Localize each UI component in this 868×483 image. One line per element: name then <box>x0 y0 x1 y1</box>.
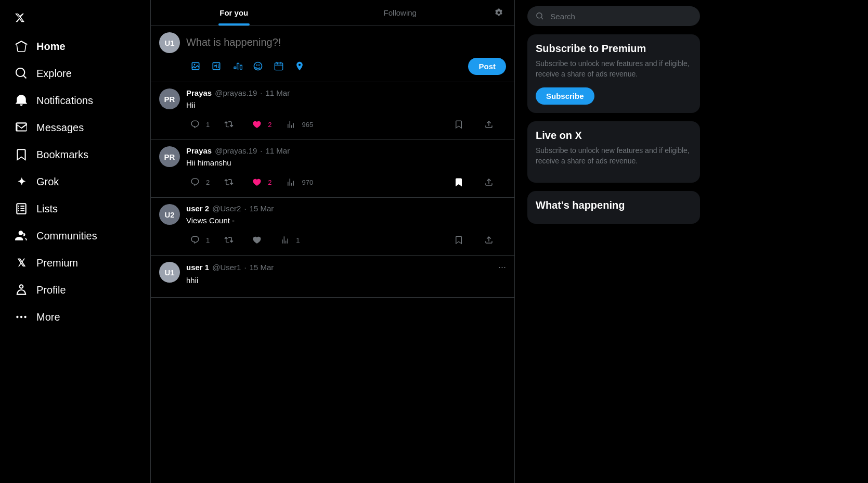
more-icon <box>15 310 28 324</box>
tweet-date: 15 Mar <box>250 263 274 272</box>
tweet-row[interactable]: U2 user 2 @User2 · 15 Mar Views Count - … <box>151 198 514 256</box>
views-button[interactable]: 965 <box>282 116 313 133</box>
search-icon <box>536 11 544 21</box>
sidebar-item-more-label: More <box>36 311 60 323</box>
sidebar-item-notifications-label: Notifications <box>36 95 93 107</box>
sidebar-item-messages[interactable]: Messages <box>6 115 144 141</box>
tweet-date: 15 Mar <box>250 204 274 213</box>
like-button[interactable] <box>248 231 266 249</box>
sidebar-item-communities[interactable]: Communities <box>6 223 144 249</box>
share-button[interactable] <box>480 116 498 133</box>
avatar: PR <box>159 146 180 167</box>
bookmark-icon <box>450 231 468 249</box>
share-icon <box>480 173 498 191</box>
tweet-row[interactable]: PR Prayas @prayas.19 · 11 Mar Hii 1 <box>151 82 514 140</box>
tweet-row[interactable]: U1 user 1 @User1 · 15 Mar ··· hhii <box>151 256 514 298</box>
tweet-handle: @User1 <box>212 263 241 272</box>
share-button[interactable] <box>480 231 498 249</box>
share-icon <box>480 116 498 133</box>
sidebar-item-notifications[interactable]: Notifications <box>6 87 144 113</box>
sidebar-item-grok-label: Grok <box>36 176 59 188</box>
share-icon <box>480 231 498 249</box>
explore-icon <box>15 67 28 80</box>
like-icon <box>248 173 266 191</box>
like-button[interactable]: 2 <box>248 173 271 191</box>
subscribe-button[interactable]: Subscribe <box>536 87 594 105</box>
tweet-row[interactable]: PR Prayas @prayas.19 · 11 Mar Hii himans… <box>151 140 514 198</box>
bookmark-button[interactable] <box>450 173 468 191</box>
right-sidebar: Subscribe to Premium Subscribe to unlock… <box>515 0 712 483</box>
retweet-button[interactable] <box>220 231 238 249</box>
sidebar-item-lists-label: Lists <box>36 203 58 215</box>
tweet-text: hhii <box>186 275 506 286</box>
retweet-icon <box>220 116 238 133</box>
tweet-handle: @prayas.19 <box>215 88 257 97</box>
tweet-author: Prayas <box>186 88 212 97</box>
premium-widget-title: Subscribe to Premium <box>536 43 692 55</box>
sidebar-item-explore[interactable]: Explore <box>6 60 144 86</box>
sidebar-item-profile[interactable]: Profile <box>6 277 144 303</box>
profile-icon <box>15 283 28 297</box>
compose-schedule-button[interactable] <box>269 57 288 75</box>
notifications-icon <box>15 94 28 107</box>
bookmark-button[interactable] <box>450 231 468 249</box>
sidebar-item-home[interactable]: Home <box>6 33 144 59</box>
tweet-text: Hii himanshu <box>186 157 506 168</box>
feed-settings-button[interactable] <box>483 2 514 24</box>
search-input[interactable] <box>550 12 692 21</box>
x-logo[interactable] <box>6 4 33 31</box>
tweet-more-button[interactable]: ··· <box>498 262 506 273</box>
compose-input[interactable] <box>186 32 506 53</box>
premium-widget: Subscribe to Premium Subscribe to unlock… <box>527 34 700 113</box>
tab-for-you[interactable]: For you <box>151 0 317 26</box>
compose-area: U1 <box>151 26 514 82</box>
reply-button[interactable]: 2 <box>186 173 210 191</box>
sidebar-item-grok[interactable]: ✦ Grok <box>6 169 144 195</box>
reply-button[interactable]: 1 <box>186 116 210 133</box>
tab-following[interactable]: Following <box>317 0 484 26</box>
whats-happening-widget: What's happening <box>527 191 700 224</box>
compose-image-button[interactable] <box>186 57 205 75</box>
search-bar[interactable] <box>527 6 700 26</box>
retweet-button[interactable] <box>220 173 238 191</box>
tweet-text: Hii <box>186 99 506 110</box>
bookmark-icon <box>450 116 468 133</box>
sidebar-nav: Home Explore Notifications Messages <box>6 33 144 479</box>
retweet-button[interactable] <box>220 116 238 133</box>
sidebar-item-more[interactable]: More <box>6 304 144 330</box>
sidebar-item-bookmarks-label: Bookmarks <box>36 149 88 161</box>
bookmark-button[interactable] <box>450 116 468 133</box>
reply-icon <box>186 116 204 133</box>
compose-gif-button[interactable] <box>207 57 226 75</box>
share-button[interactable] <box>480 173 498 191</box>
live-widget-desc: Subscribe to unlock new features and if … <box>536 146 692 166</box>
bookmarks-icon <box>15 148 28 161</box>
tweet-actions: 2 2 970 <box>186 173 506 191</box>
grok-icon: ✦ <box>15 175 28 188</box>
communities-icon <box>15 229 28 243</box>
compose-toolbar: Post <box>186 57 506 75</box>
compose-emoji-button[interactable] <box>249 57 267 75</box>
left-sidebar: Home Explore Notifications Messages <box>0 0 151 483</box>
tweet-content: user 2 @User2 · 15 Mar Views Count - 1 <box>186 204 506 249</box>
whats-happening-title: What's happening <box>536 199 692 211</box>
avatar: U1 <box>159 262 180 283</box>
views-icon <box>282 173 300 191</box>
compose-right: Post <box>186 32 506 75</box>
tweet-actions: 1 2 965 <box>186 116 506 133</box>
compose-poll-button[interactable] <box>228 57 247 75</box>
views-button[interactable]: 1 <box>276 231 300 249</box>
tweet-date: 11 Mar <box>266 146 290 155</box>
post-button[interactable]: Post <box>468 58 506 75</box>
main-feed: For you Following U1 <box>151 0 515 483</box>
sidebar-item-messages-label: Messages <box>36 122 84 134</box>
views-button[interactable]: 970 <box>282 173 313 191</box>
retweet-icon <box>220 231 238 249</box>
sidebar-item-premium[interactable]: 𝕏 Premium <box>6 250 144 276</box>
sidebar-item-lists[interactable]: Lists <box>6 196 144 222</box>
like-button[interactable]: 2 <box>248 116 271 133</box>
compose-location-button[interactable] <box>290 57 309 75</box>
sidebar-item-bookmarks[interactable]: Bookmarks <box>6 142 144 168</box>
reply-button[interactable]: 1 <box>186 231 210 249</box>
tweet-content: Prayas @prayas.19 · 11 Mar Hii 1 <box>186 88 506 133</box>
